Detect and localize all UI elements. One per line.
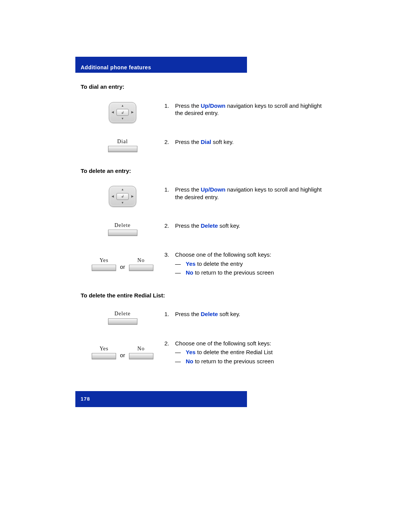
softkey-icon: Delete (108, 222, 137, 236)
page-number: 178 (81, 396, 90, 403)
step-number: 3. (164, 251, 175, 259)
key-column: Dial (81, 138, 164, 152)
chevron-right-icon: ▶ (131, 110, 134, 114)
softkey-label: Yes (100, 345, 108, 352)
step-line: 2. Press the Delete soft key. (164, 222, 328, 230)
key-name: Yes (186, 260, 196, 267)
dash: — (175, 348, 186, 356)
text-column: 1. Press the Delete soft key. (164, 310, 328, 324)
text: Press the (175, 311, 201, 317)
key-column: Yes or No (81, 340, 164, 365)
step-row: Delete 1. Press the Delete soft key. (81, 310, 328, 324)
text: to delete the entire Redial List (196, 349, 273, 355)
step-line: 2. Choose one of the following soft keys… (164, 340, 328, 347)
nav-key-icon: ▲ ▼ ◀ ▶ ↲ (109, 102, 136, 123)
key-column: Yes or No (81, 251, 164, 276)
chevron-down-icon: ▼ (121, 201, 124, 205)
key-column: Delete (81, 310, 164, 324)
key-column: Delete (81, 222, 164, 236)
section-heading-delete-all: To delete the entire Redial List: (81, 292, 328, 299)
yes-no-keys: Yes or No (92, 257, 153, 271)
softkey-label: Dial (117, 138, 128, 145)
footer-bar: 178 (75, 391, 247, 407)
step-number: 1. (164, 186, 175, 201)
softkey-button-icon (108, 230, 137, 236)
step-row: Yes or No 2. Choose one of the following… (81, 340, 328, 365)
text: to delete the entry (196, 260, 243, 267)
sub-body: Yes to delete the entire Redial List (186, 348, 328, 356)
text-column: 2. Choose one of the following soft keys… (164, 340, 328, 365)
softkey-label: Delete (115, 222, 131, 229)
text: Press the (175, 102, 201, 109)
chevron-up-icon: ▲ (121, 104, 124, 108)
dash: — (175, 260, 186, 268)
step-line: 1. Press the Up/Down navigation keys to … (164, 186, 328, 201)
step-body: Press the Up/Down navigation keys to scr… (175, 102, 328, 117)
header-bar: Additional phone features (75, 57, 247, 73)
chevron-down-icon: ▼ (121, 117, 124, 121)
section-heading-delete: To delete an entry: (81, 167, 328, 175)
softkey-no-icon: No (129, 345, 153, 359)
key-name: No (186, 269, 193, 276)
step-line: 3. Choose one of the following soft keys… (164, 251, 328, 259)
step-row: Yes or No 3. Choose one of the following… (81, 251, 328, 276)
step-row: Delete 2. Press the Delete soft key. (81, 222, 328, 236)
chevron-right-icon: ▶ (131, 194, 134, 198)
step-row: ▲ ▼ ◀ ▶ ↲ 1. Press the Up/Down navigatio… (81, 186, 328, 207)
or-text: or (120, 263, 125, 271)
dash: — (175, 269, 186, 276)
step-body: Press the Up/Down navigation keys to scr… (175, 186, 328, 201)
key-name: Up/Down (201, 102, 226, 109)
sub-body: No to return to the previous screen (186, 269, 328, 276)
softkey-button-icon (108, 318, 137, 324)
key-name: No (186, 358, 193, 364)
softkey-label: No (137, 345, 145, 352)
chevron-up-icon: ▲ (121, 188, 124, 192)
dash: — (175, 358, 186, 365)
step-number: 2. (164, 340, 175, 347)
sub-item: — No to return to the previous screen (175, 269, 328, 276)
text: to return to the previous screen (193, 358, 274, 364)
softkey-label: Delete (115, 310, 131, 317)
step-body: Press the Delete soft key. (175, 222, 328, 230)
step-body: Choose one of the following soft keys: (175, 340, 328, 347)
text-column: 1. Press the Up/Down navigation keys to … (164, 102, 328, 123)
step-number: 1. (164, 310, 175, 318)
nav-key-icon: ▲ ▼ ◀ ▶ ↲ (109, 186, 136, 207)
text-column: 2. Press the Dial soft key. (164, 138, 328, 152)
softkey-yes-icon: Yes (92, 345, 116, 359)
step-row: ▲ ▼ ◀ ▶ ↲ 1. Press the Up/Down navigatio… (81, 102, 328, 123)
text: soft key. (218, 222, 241, 229)
softkey-button-icon (108, 146, 137, 152)
softkey-yes-icon: Yes (92, 257, 116, 271)
key-name: Delete (201, 222, 218, 229)
step-body: Choose one of the following soft keys: (175, 251, 328, 259)
softkey-button-icon (92, 353, 116, 359)
softkey-no-icon: No (129, 257, 153, 271)
text: Press the (175, 139, 201, 145)
or-text: or (120, 351, 125, 359)
key-name: Delete (201, 311, 218, 317)
text: Press the (175, 222, 201, 229)
step-row: Dial 2. Press the Dial soft key. (81, 138, 328, 152)
step-body: Press the Dial soft key. (175, 138, 328, 146)
softkey-icon: Delete (108, 310, 137, 324)
key-name: Up/Down (201, 186, 226, 193)
key-column: ▲ ▼ ◀ ▶ ↲ (81, 186, 164, 207)
sub-item: — Yes to delete the entry (175, 260, 328, 268)
sub-item: — Yes to delete the entire Redial List (175, 348, 328, 356)
step-line: 1. Press the Delete soft key. (164, 310, 328, 318)
step-number: 1. (164, 102, 175, 117)
text: soft key. (211, 139, 234, 145)
sub-item: — No to return to the previous screen (175, 358, 328, 365)
enter-icon: ↲ (116, 193, 129, 200)
softkey-button-icon (129, 265, 153, 271)
text: to return to the previous screen (193, 269, 274, 276)
step-number: 2. (164, 138, 175, 146)
sub-body: Yes to delete the entry (186, 260, 328, 268)
header-title: Additional phone features (81, 64, 151, 71)
softkey-label: Yes (100, 257, 108, 264)
enter-icon: ↲ (116, 109, 129, 116)
step-body: Press the Delete soft key. (175, 310, 328, 318)
key-column: ▲ ▼ ◀ ▶ ↲ (81, 102, 164, 123)
